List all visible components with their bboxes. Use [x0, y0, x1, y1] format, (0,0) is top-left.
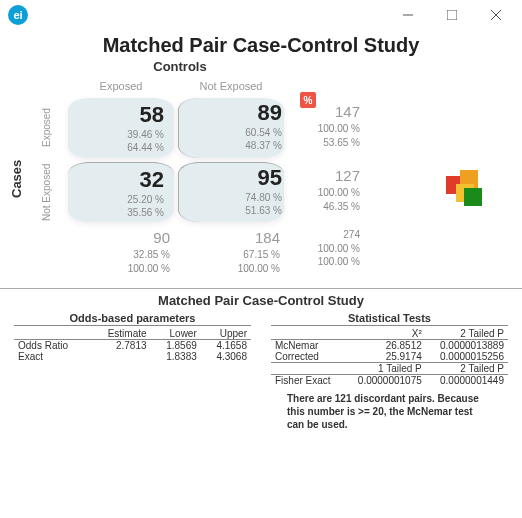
- table-row: Fisher Exact0.00000010750.0000001449: [271, 375, 508, 387]
- controls-heading: Controls: [60, 59, 300, 74]
- color-legend-icon[interactable]: [446, 170, 486, 210]
- col2-total: 184 67.15 % 100.00 %: [176, 224, 286, 282]
- table-row: Odds Ratio2.78131.85694.1658: [14, 340, 251, 352]
- table-row: Corrected25.91740.0000015256: [271, 351, 508, 363]
- close-button[interactable]: [474, 0, 518, 30]
- row-header-not-exposed: Not Exposed: [26, 160, 66, 224]
- row-header-exposed: Exposed: [26, 96, 66, 160]
- results-tables: Odds-based parameters EstimateLowerUpper…: [0, 312, 522, 431]
- app-logo-icon: ei: [8, 5, 28, 25]
- cell-notexposed-exposed: 32 25.20 % 35.56 %: [68, 162, 174, 222]
- stats-table: Statistical Tests X²2 Tailed P McNemar26…: [271, 312, 508, 431]
- table-row: Exact1.83834.3068: [14, 351, 251, 362]
- odds-table: Odds-based parameters EstimateLowerUpper…: [14, 312, 251, 431]
- percent-badge-icon[interactable]: %: [300, 92, 316, 108]
- cell-exposed-exposed: 58 39.46 % 64.44 %: [68, 98, 174, 158]
- row1-total: 147 100.00 % 53.65 %: [286, 96, 366, 160]
- results-subtitle: Matched Pair Case-Control Study: [0, 288, 522, 308]
- cases-heading: Cases: [8, 76, 24, 282]
- cell-exposed-notexposed: 89 60.54 % 48.37 %: [178, 98, 284, 158]
- cell-notexposed-notexposed: 95 74.80 % 51.63 %: [178, 162, 284, 222]
- grand-total: 274 100.00 % 100.00 %: [286, 224, 366, 282]
- page-title: Matched Pair Case-Control Study: [0, 34, 522, 57]
- table-row: McNemar26.85120.0000013889: [271, 340, 508, 352]
- discordant-note: There are 121 discordant pairs. Because …: [271, 386, 508, 431]
- minimize-button[interactable]: [386, 0, 430, 30]
- col-header-not-exposed: Not Exposed: [176, 76, 286, 96]
- col1-total: 90 32.85 % 100.00 %: [66, 224, 176, 282]
- maximize-button[interactable]: [430, 0, 474, 30]
- col-header-exposed: Exposed: [66, 76, 176, 96]
- window-titlebar: ei: [0, 0, 522, 30]
- row2-total: 127 100.00 % 46.35 %: [286, 160, 366, 224]
- svg-rect-1: [447, 10, 457, 20]
